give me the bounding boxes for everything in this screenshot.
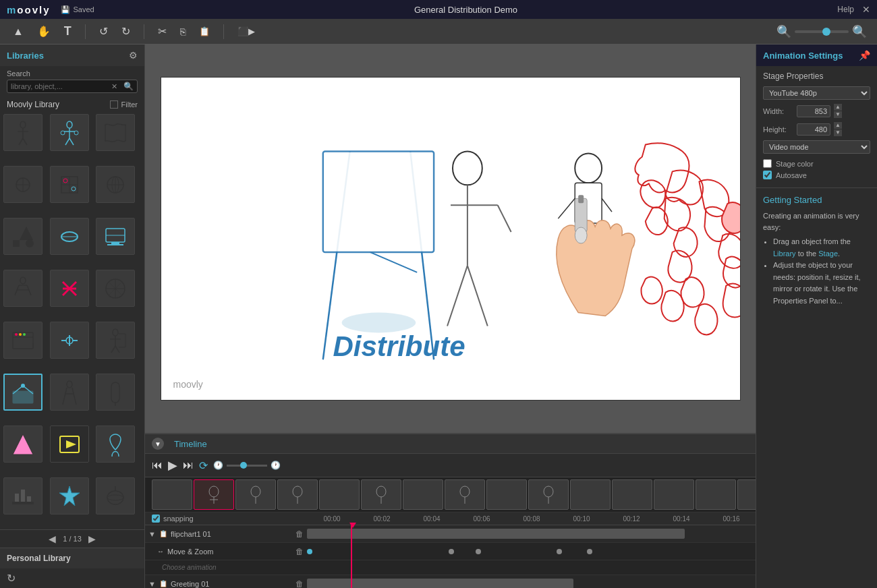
film-frame[interactable] [235,479,276,510]
refresh-icon[interactable]: ↻ [7,572,16,585]
list-item[interactable] [96,166,135,203]
film-frame[interactable] [403,479,443,510]
width-up-button[interactable]: ▲ [834,104,842,111]
width-input[interactable] [797,105,830,117]
height-up-button[interactable]: ▲ [834,122,842,129]
stage-link[interactable]: Stage [818,249,838,258]
search-clear-icon[interactable]: ✕ [109,81,120,92]
list-item[interactable] [3,270,43,307]
prev-page-button[interactable]: ◀ [49,533,56,544]
cut-button[interactable]: ✂ [155,22,169,40]
paste-button[interactable]: 📋 [196,24,213,39]
film-frame[interactable] [737,479,756,510]
track-delete-button[interactable]: 🗑 [295,547,304,556]
fast-forward-button[interactable]: ⏭ [183,459,194,471]
track-timeline[interactable] [307,543,756,560]
track-name: flipchart1 01 [171,530,211,538]
list-item[interactable] [50,425,89,463]
film-frame[interactable] [361,479,401,510]
pin-icon[interactable]: 📌 [859,50,870,61]
film-frame[interactable] [319,479,360,510]
search-icon[interactable]: 🔍 [120,80,137,92]
library-link[interactable]: Library [773,249,796,258]
track-timeline[interactable] [307,525,756,542]
track-delete-button[interactable]: 🗑 [295,579,304,589]
track-timeline [307,560,756,575]
stage[interactable]: Distribute moovly [145,45,756,433]
time-slider[interactable] [227,465,267,467]
zoom-in-icon[interactable]: 🔍 [852,24,867,39]
snapping-checkbox[interactable] [152,514,160,523]
select-tool[interactable]: ▲ [10,23,26,40]
list-item[interactable] [3,114,43,151]
zoom-slider[interactable] [795,30,849,33]
list-item[interactable] [3,218,43,255]
film-frame[interactable] [152,479,192,510]
filter-control[interactable]: Filter [110,100,138,109]
film-frame[interactable] [570,479,611,510]
list-item[interactable] [3,322,43,359]
list-item[interactable] [50,477,89,514]
list-item[interactable] [50,270,89,307]
film-frame[interactable] [194,479,234,510]
film-frame[interactable] [654,479,694,510]
list-item[interactable] [50,218,89,255]
film-frame[interactable] [696,479,736,510]
timeline-collapse-button[interactable]: ▼ [152,438,164,450]
autosave-checkbox[interactable] [763,171,772,179]
list-item[interactable] [96,477,135,514]
next-page-button[interactable]: ▶ [88,533,96,544]
width-down-button[interactable]: ▼ [834,111,842,118]
list-item[interactable] [3,425,43,463]
export-button[interactable]: ⬛▶ [235,24,258,39]
list-item[interactable] [3,374,43,411]
keyframe-dot[interactable] [307,549,312,554]
canvas[interactable]: Distribute moovly [161,77,741,401]
height-down-button[interactable]: ▼ [834,129,842,136]
track-expand-icon[interactable]: ▼ [148,530,156,538]
rewind-button[interactable]: ⏮ [152,459,163,471]
list-item[interactable] [96,270,135,307]
filter-checkbox[interactable] [110,100,118,109]
loop-button[interactable]: ⟳ [199,459,208,472]
list-item[interactable] [50,114,89,151]
resolution-select[interactable]: YouTube 480p YouTube 720p 1080p Full HD [763,86,870,100]
height-input[interactable] [797,123,830,136]
text-tool[interactable]: T [61,22,74,41]
video-mode-select[interactable]: Video mode [763,140,870,154]
search-input[interactable] [7,80,109,92]
film-frame[interactable] [486,479,527,510]
list-item[interactable] [96,425,135,463]
list-item[interactable] [3,477,43,514]
list-item[interactable] [96,322,135,359]
track-timeline[interactable] [307,575,756,588]
keyframe-dot[interactable] [449,549,454,554]
film-frame[interactable] [445,479,485,510]
film-frame[interactable] [612,479,652,510]
list-item[interactable] [50,166,89,203]
gear-icon[interactable]: ⚙ [129,50,138,61]
play-button[interactable]: ▶ [168,458,177,473]
copy-button[interactable]: ⎘ [177,24,188,40]
list-item[interactable] [96,218,135,255]
list-item[interactable] [96,114,135,151]
animation-placeholder[interactable]: Choose animation [145,564,307,571]
redo-button[interactable]: ↻ [119,22,133,40]
track-delete-button[interactable]: 🗑 [295,529,304,539]
keyframe-dot[interactable] [587,549,592,554]
zoom-out-icon[interactable]: 🔍 [776,24,791,39]
list-item[interactable] [50,374,89,411]
keyframe-dot[interactable] [557,549,562,554]
list-item[interactable] [96,374,135,411]
close-button[interactable]: ✕ [862,4,870,15]
help-button[interactable]: Help [837,5,854,14]
track-expand-icon[interactable]: ▼ [148,580,156,588]
stage-color-checkbox[interactable] [763,159,772,168]
list-item[interactable] [3,166,43,203]
film-frame[interactable] [528,479,569,510]
keyframe-dot[interactable] [476,549,481,554]
film-frame[interactable] [277,479,318,510]
hand-tool[interactable]: ✋ [34,22,53,40]
list-item[interactable] [50,322,89,359]
undo-button[interactable]: ↺ [96,22,111,40]
